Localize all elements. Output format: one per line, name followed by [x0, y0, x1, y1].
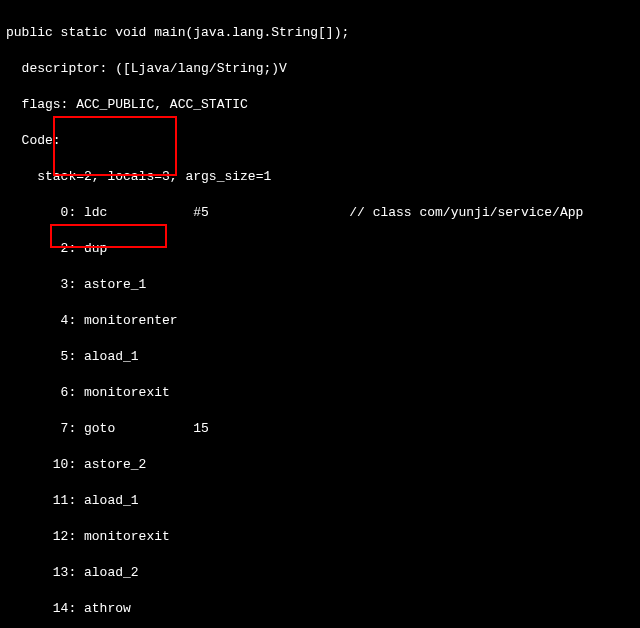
- instr-2: 3: astore_1: [6, 276, 640, 294]
- instr-4: 5: aload_1: [6, 348, 640, 366]
- instr-5: 6: monitorexit: [6, 384, 640, 402]
- instr-11: 14: athrow: [6, 600, 640, 618]
- descriptor-line: descriptor: ([Ljava/lang/String;)V: [6, 60, 640, 78]
- method-signature: public static void main(java.lang.String…: [6, 24, 640, 42]
- instr-3: 4: monitorenter: [6, 312, 640, 330]
- stack-line: stack=2, locals=3, args_size=1: [6, 168, 640, 186]
- instr-7: 10: astore_2: [6, 456, 640, 474]
- bytecode-dump: public static void main(java.lang.String…: [0, 0, 640, 628]
- instr-0: 0: ldc #5 // class com/yunji/service/App: [6, 204, 640, 222]
- instr-8: 11: aload_1: [6, 492, 640, 510]
- instr-1: 2: dup: [6, 240, 640, 258]
- instr-9: 12: monitorexit: [6, 528, 640, 546]
- instr-6: 7: goto 15: [6, 420, 640, 438]
- code-header: Code:: [6, 132, 640, 150]
- flags-line: flags: ACC_PUBLIC, ACC_STATIC: [6, 96, 640, 114]
- instr-10: 13: aload_2: [6, 564, 640, 582]
